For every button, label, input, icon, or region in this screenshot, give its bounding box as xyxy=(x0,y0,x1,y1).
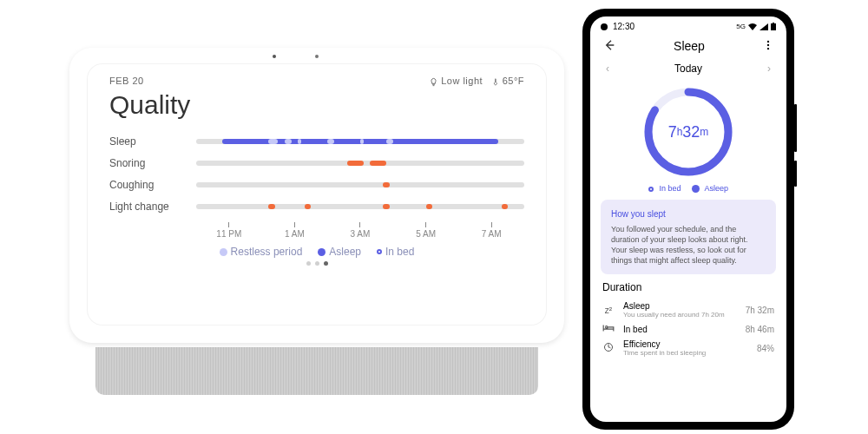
legend-asleep: Asleep xyxy=(692,184,729,193)
more-button[interactable] xyxy=(762,39,774,53)
duration-section-title: Duration xyxy=(590,281,786,299)
insight-title: How you slept xyxy=(611,208,766,220)
punch-hole-camera-icon xyxy=(601,23,608,30)
more-vert-icon xyxy=(762,39,774,51)
arrow-left-icon xyxy=(602,38,616,52)
bed-icon xyxy=(602,324,615,334)
status-time: 12:30 xyxy=(613,22,635,31)
prev-day-button[interactable]: ‹ xyxy=(606,62,609,75)
phone-legend: In bed Asleep xyxy=(590,184,786,193)
appbar-title: Sleep xyxy=(674,39,705,53)
svg-rect-1 xyxy=(773,23,774,23)
back-button[interactable] xyxy=(602,38,616,54)
efficiency-icon xyxy=(602,342,615,354)
phone-screen: 12:30 5G Sleep ‹ Today › xyxy=(590,16,786,422)
phone-device: 12:30 5G Sleep ‹ Today › xyxy=(582,9,794,430)
hub-status-row: FEB 20 Low light 65°F xyxy=(109,76,524,87)
legend-inbed: In bed xyxy=(648,184,681,193)
insight-card[interactable]: How you slept You followed your schedule… xyxy=(601,200,776,274)
hub-date: FEB 20 xyxy=(109,76,144,87)
coughing-track xyxy=(196,182,524,187)
sleep-ring[interactable]: 7h32m xyxy=(590,83,786,181)
status-bar: 12:30 5G xyxy=(590,16,786,33)
low-light-status: Low light xyxy=(429,76,483,87)
sleep-track xyxy=(196,139,524,144)
svg-point-4 xyxy=(767,48,769,49)
legend-restless: Restless period xyxy=(220,246,303,258)
page-indicator[interactable] xyxy=(109,261,524,266)
efficiency-value: 84% xyxy=(757,344,774,353)
hub-speaker-base xyxy=(95,347,538,395)
bulb-icon xyxy=(429,77,438,87)
snoring-track xyxy=(196,161,524,166)
svg-point-3 xyxy=(767,44,769,46)
hub-title: Quality xyxy=(109,90,524,120)
duration-row-efficiency[interactable]: Efficiency Time spent in bed sleeping 84… xyxy=(590,337,786,359)
duration-row-inbed[interactable]: In bed 8h 46m xyxy=(590,321,786,337)
hub-sensor-icon xyxy=(315,55,319,58)
next-day-button[interactable]: › xyxy=(767,62,771,75)
date-nav: ‹ Today › xyxy=(590,59,786,78)
wifi-icon xyxy=(748,23,757,30)
power-button xyxy=(794,161,797,187)
nest-hub-device: FEB 20 Low light 65°F Quality Sleep xyxy=(69,48,564,378)
asleep-value: 7h 32m xyxy=(746,306,774,315)
light-change-row: Light change xyxy=(109,201,524,213)
battery-icon xyxy=(771,23,776,30)
inbed-value: 8h 46m xyxy=(746,325,774,334)
insight-body: You followed your schedule, and the dura… xyxy=(611,224,766,266)
legend-inbed: In bed xyxy=(377,246,414,258)
thermometer-icon xyxy=(491,77,499,87)
legend-asleep: Asleep xyxy=(318,246,361,258)
hub-camera-icon xyxy=(273,55,276,58)
hub-legend: Restless period Asleep In bed xyxy=(109,246,524,258)
light-track xyxy=(196,204,524,209)
temperature-status: 65°F xyxy=(491,76,524,87)
network-label: 5G xyxy=(736,23,746,30)
svg-point-2 xyxy=(767,41,769,43)
app-bar: Sleep xyxy=(590,33,786,59)
volume-button xyxy=(794,104,797,152)
coughing-row: Coughing xyxy=(109,179,524,191)
svg-rect-0 xyxy=(771,23,776,30)
ring-value: 7h32m xyxy=(640,83,737,181)
sleep-row: Sleep xyxy=(109,135,524,148)
hub-screen: FEB 20 Low light 65°F Quality Sleep xyxy=(87,63,547,326)
signal-icon xyxy=(760,23,768,30)
time-axis: 11 PM 1 AM 3 AM 5 AM 7 AM xyxy=(196,222,524,239)
zzz-icon: z² xyxy=(602,306,615,315)
quality-chart: Sleep Snoring Coughin xyxy=(109,135,524,239)
date-label: Today xyxy=(674,62,702,75)
duration-row-asleep[interactable]: z² Asleep You usually need around 7h 20m… xyxy=(590,299,786,321)
snoring-row: Snoring xyxy=(109,157,524,169)
